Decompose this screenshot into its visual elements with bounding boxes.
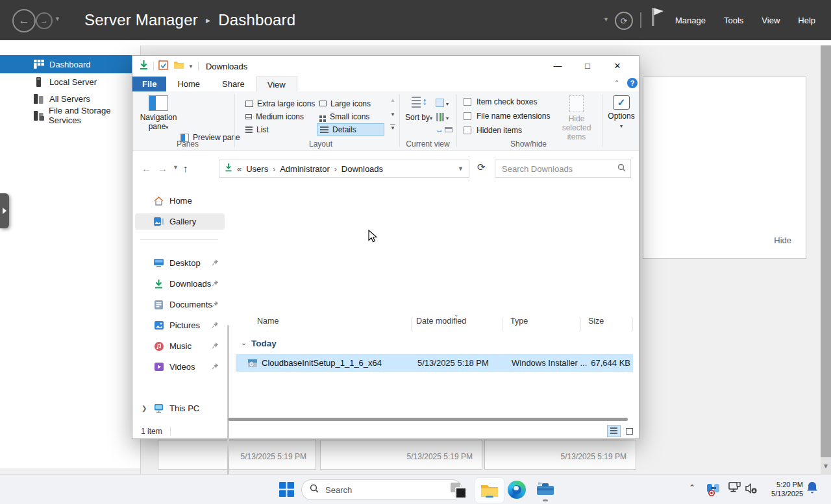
file-name-extensions-checkbox[interactable]: File name extensions — [464, 112, 550, 121]
layout-details[interactable]: Details — [317, 123, 384, 136]
column-header-size[interactable]: Size — [588, 317, 604, 326]
tab-file[interactable]: File — [132, 77, 166, 91]
taskbar-search-input[interactable] — [324, 485, 454, 496]
sidebar-item-dashboard[interactable]: Dashboard — [0, 55, 140, 73]
crumb-administrator[interactable]: Administrator — [280, 164, 330, 174]
taskbar-search[interactable] — [301, 479, 462, 500]
large-thumbnails-toggle-icon[interactable] — [623, 425, 636, 437]
toolbar-chevron-icon[interactable]: ▼ — [603, 16, 609, 23]
nav-history-chevron-icon[interactable]: ▼ — [55, 16, 60, 22]
layout-scroll-down-icon[interactable]: ▼ — [390, 112, 395, 117]
column-divider[interactable] — [580, 318, 581, 331]
menu-manage[interactable]: Manage — [675, 16, 706, 25]
address-dropdown-chevron-icon[interactable]: ▼ — [458, 165, 464, 172]
tray-cluster-icon[interactable] — [706, 481, 721, 497]
sm-scrollbar-down-icon[interactable]: ▼ — [821, 457, 831, 474]
sidebar-item-all-servers[interactable]: All Servers — [0, 90, 140, 107]
server-manager-taskbar-icon[interactable] — [536, 481, 555, 499]
taskbar: ⌃ 5:20 PM 5/13/2025 — [0, 474, 831, 504]
nav-item-downloads[interactable]: Downloads — [135, 276, 225, 292]
size-columns-button[interactable]: ↔ — [436, 125, 453, 134]
minimize-ribbon-chevron-icon[interactable]: ⌃ — [614, 79, 619, 86]
sidebar-item-file-storage-services[interactable]: File and Storage Services — [0, 107, 140, 124]
file-row[interactable]: CloudbaseInitSetup_1_1_6_x64 5/13/2025 5… — [236, 354, 633, 372]
nav-item-music[interactable]: Music — [135, 338, 225, 354]
item-check-boxes-checkbox[interactable]: Item check boxes — [464, 97, 537, 106]
group-header-today[interactable]: Today — [251, 339, 277, 348]
qat-checkbox-icon[interactable] — [158, 60, 168, 73]
tray-network-icon[interactable] — [728, 482, 741, 495]
layout-large-icons[interactable]: Large icons — [317, 97, 373, 110]
forward-icon[interactable]: → — [36, 12, 53, 29]
hide-link[interactable]: Hide — [774, 235, 791, 245]
menu-help[interactable]: Help — [798, 16, 815, 25]
nav-item-pictures[interactable]: Pictures — [135, 317, 225, 333]
nav-up-icon[interactable]: ↑ — [183, 163, 188, 174]
column-header-type[interactable]: Type — [510, 317, 528, 326]
nav-pane-scrollbar[interactable] — [227, 325, 229, 484]
sm-scrollbar[interactable] — [821, 45, 831, 457]
add-columns-button[interactable] — [436, 111, 449, 123]
layout-scroll-up-icon[interactable]: ▲ — [390, 97, 395, 103]
tray-expand-chevron-icon[interactable]: ⌃ — [689, 483, 695, 492]
crumb-users[interactable]: Users — [246, 164, 268, 174]
nav-forward-icon[interactable]: → — [158, 163, 167, 174]
column-divider[interactable] — [632, 318, 633, 331]
file-explorer-taskbar-icon[interactable] — [475, 477, 504, 503]
options-button[interactable]: ✓ Options — [605, 95, 638, 130]
help-icon[interactable]: ? — [627, 78, 638, 88]
edge-browser-icon[interactable] — [508, 481, 526, 499]
details-view-toggle-icon[interactable] — [607, 425, 621, 437]
group-by-button[interactable] — [436, 97, 449, 108]
navigation-pane-button[interactable]: Navigation pane — [140, 95, 177, 131]
tray-clock[interactable]: 5:20 PM 5/13/2025 — [763, 480, 803, 498]
maximize-icon[interactable]: □ — [573, 56, 602, 75]
flyout-handle[interactable] — [0, 193, 9, 228]
nav-recent-chevron-icon[interactable]: ▼ — [173, 164, 179, 171]
crumb-downloads[interactable]: Downloads — [341, 164, 383, 174]
layout-list[interactable]: List — [243, 123, 271, 136]
column-divider[interactable] — [502, 318, 502, 331]
size-columns-icon: ↔ — [436, 125, 443, 134]
menu-view[interactable]: View — [762, 16, 780, 25]
sort-by-button[interactable]: ↕ Sort by — [404, 95, 433, 122]
layout-small-icons[interactable]: Small icons — [317, 110, 372, 123]
layout-extra-large-icons[interactable]: Extra large icons — [243, 97, 317, 110]
task-view-icon[interactable] — [451, 483, 465, 497]
tray-volume-muted-icon[interactable] — [745, 482, 758, 495]
menu-tools[interactable]: Tools — [724, 16, 743, 25]
qat-customize-chevron-icon[interactable]: ▼ — [188, 64, 193, 69]
nav-item-home[interactable]: Home — [135, 193, 225, 209]
start-button-icon[interactable] — [279, 482, 294, 499]
layout-medium-icons[interactable]: Medium icons — [243, 110, 306, 123]
nav-item-videos[interactable]: Videos — [135, 359, 225, 375]
nav-item-gallery[interactable]: Gallery — [135, 213, 225, 230]
nav-item-this-pc[interactable]: ❯ This PC — [135, 400, 225, 416]
nav-item-documents[interactable]: Documents — [135, 296, 225, 313]
tab-home[interactable]: Home — [166, 77, 211, 91]
back-icon[interactable]: ← — [12, 9, 36, 32]
refresh-address-icon[interactable]: ⟳ — [477, 162, 486, 173]
close-icon[interactable]: ✕ — [602, 56, 632, 75]
notification-bell-icon[interactable] — [806, 481, 818, 494]
search-input[interactable] — [501, 163, 617, 174]
column-divider[interactable] — [411, 318, 412, 331]
tab-share[interactable]: Share — [211, 77, 256, 91]
breadcrumb-box[interactable]: Users Administrator Downloads ▼ — [219, 160, 469, 178]
notifications-flag-icon[interactable] — [651, 6, 666, 29]
nav-item-desktop[interactable]: Desktop — [135, 255, 225, 271]
sidebar-item-local-server[interactable]: Local Server — [0, 73, 140, 90]
column-header-name[interactable]: Name — [257, 317, 279, 326]
nav-back-icon[interactable]: ← — [142, 163, 151, 174]
hidden-items-checkbox[interactable]: Hidden items — [464, 126, 522, 135]
tab-view[interactable]: View — [256, 77, 297, 91]
minimize-icon[interactable]: — — [543, 56, 573, 75]
expand-chevron-icon[interactable]: ❯ — [142, 405, 147, 412]
horizontal-scrollbar[interactable] — [228, 418, 628, 421]
refresh-icon[interactable]: ⟳ — [615, 12, 633, 30]
layout-more-icon[interactable]: ▼ — [390, 125, 395, 131]
collapsed-crumbs-icon[interactable] — [237, 164, 242, 174]
group-collapse-chevron-icon[interactable]: ⌄ — [241, 339, 247, 347]
column-header-date-modified[interactable]: Date modified — [416, 317, 466, 326]
search-box[interactable] — [495, 160, 631, 178]
